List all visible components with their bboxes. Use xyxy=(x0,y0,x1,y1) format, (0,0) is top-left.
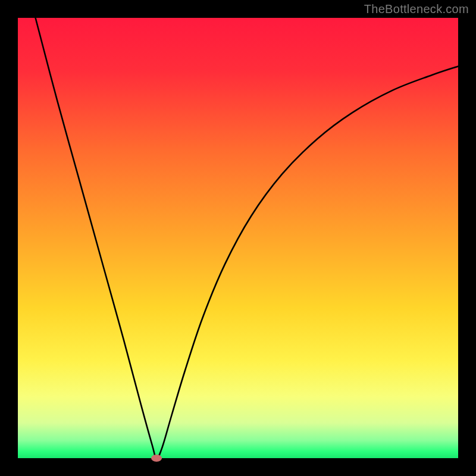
bottleneck-chart xyxy=(0,0,476,476)
chart-stage: TheBottleneck.com xyxy=(0,0,476,476)
minimum-marker xyxy=(151,455,162,462)
watermark-text: TheBottleneck.com xyxy=(364,2,469,16)
